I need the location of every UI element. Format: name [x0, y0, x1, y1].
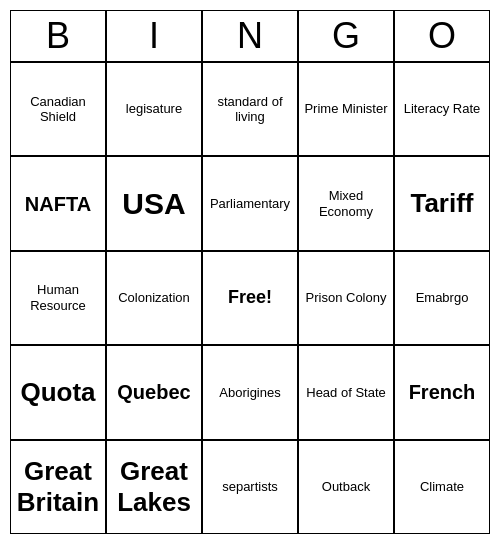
bingo-cell-3-2: Aborigines — [202, 345, 298, 439]
bingo-cell-1-3: Mixed Economy — [298, 156, 394, 250]
bingo-grid: Canadian Shieldlegisaturestandard of liv… — [10, 62, 490, 534]
header-letter-n: N — [202, 10, 298, 62]
bingo-cell-0-1: legisature — [106, 62, 202, 156]
bingo-cell-4-1: Great Lakes — [106, 440, 202, 534]
bingo-cell-1-4: Tariff — [394, 156, 490, 250]
bingo-cell-4-2: separtists — [202, 440, 298, 534]
bingo-cell-3-0: Quota — [10, 345, 106, 439]
bingo-cell-4-3: Outback — [298, 440, 394, 534]
bingo-cell-2-2: Free! — [202, 251, 298, 345]
bingo-cell-1-1: USA — [106, 156, 202, 250]
bingo-cell-2-4: Emabrgo — [394, 251, 490, 345]
bingo-cell-0-3: Prime Minister — [298, 62, 394, 156]
header-letter-b: B — [10, 10, 106, 62]
bingo-cell-4-4: Climate — [394, 440, 490, 534]
bingo-cell-0-0: Canadian Shield — [10, 62, 106, 156]
header-letter-i: I — [106, 10, 202, 62]
bingo-cell-1-0: NAFTA — [10, 156, 106, 250]
bingo-cell-3-1: Quebec — [106, 345, 202, 439]
bingo-cell-2-1: Colonization — [106, 251, 202, 345]
bingo-header: BINGO — [10, 10, 490, 62]
header-letter-o: O — [394, 10, 490, 62]
bingo-cell-4-0: Great Britain — [10, 440, 106, 534]
bingo-cell-3-4: French — [394, 345, 490, 439]
bingo-cell-0-2: standard of living — [202, 62, 298, 156]
bingo-card: BINGO Canadian Shieldlegisaturestandard … — [10, 10, 490, 534]
bingo-cell-2-3: Prison Colony — [298, 251, 394, 345]
bingo-cell-2-0: Human Resource — [10, 251, 106, 345]
header-letter-g: G — [298, 10, 394, 62]
bingo-cell-3-3: Head of State — [298, 345, 394, 439]
bingo-cell-1-2: Parliamentary — [202, 156, 298, 250]
bingo-cell-0-4: Literacy Rate — [394, 62, 490, 156]
